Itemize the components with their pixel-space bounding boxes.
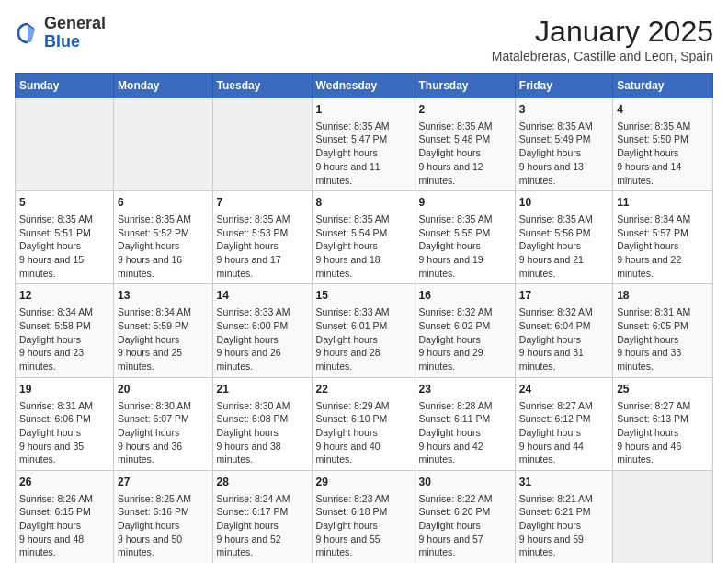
week-row-1: 1Sunrise: 8:35 AMSunset: 5:47 PMDaylight… — [16, 98, 713, 191]
title-block: January 2025 Matalebreras, Castille and … — [492, 15, 713, 63]
day-cell: 5Sunrise: 8:35 AMSunset: 5:51 PMDaylight… — [16, 191, 114, 284]
day-info: Sunrise: 8:33 AMSunset: 6:01 PMDaylight … — [316, 305, 411, 373]
day-number: 9 — [419, 195, 511, 211]
day-info: Sunrise: 8:27 AMSunset: 6:13 PMDaylight … — [617, 399, 709, 466]
day-number: 31 — [519, 475, 609, 490]
day-cell: 6Sunrise: 8:35 AMSunset: 5:52 PMDaylight… — [114, 191, 213, 284]
day-info: Sunrise: 8:34 AMSunset: 5:57 PMDaylight … — [617, 213, 709, 280]
day-cell: 15Sunrise: 8:33 AMSunset: 6:01 PMDayligh… — [312, 284, 415, 377]
day-info: Sunrise: 8:25 AMSunset: 6:16 PMDaylight … — [118, 492, 209, 559]
day-number: 3 — [519, 102, 609, 118]
day-info: Sunrise: 8:35 AMSunset: 5:49 PMDaylight … — [519, 120, 609, 187]
day-cell: 20Sunrise: 8:30 AMSunset: 6:07 PMDayligh… — [114, 377, 213, 470]
week-row-3: 12Sunrise: 8:34 AMSunset: 5:58 PMDayligh… — [16, 284, 713, 377]
day-cell — [114, 98, 213, 191]
day-info: Sunrise: 8:31 AMSunset: 6:06 PMDaylight … — [19, 399, 109, 466]
day-info: Sunrise: 8:32 AMSunset: 6:04 PMDaylight … — [519, 305, 609, 373]
day-info: Sunrise: 8:34 AMSunset: 5:59 PMDaylight … — [118, 305, 209, 373]
day-info: Sunrise: 8:35 AMSunset: 5:50 PMDaylight … — [617, 120, 709, 187]
logo-general-text: General — [44, 14, 106, 32]
day-number: 19 — [19, 382, 109, 397]
day-cell: 13Sunrise: 8:34 AMSunset: 5:59 PMDayligh… — [114, 284, 213, 377]
month-title: January 2025 — [492, 15, 713, 49]
week-row-5: 26Sunrise: 8:26 AMSunset: 6:15 PMDayligh… — [16, 470, 713, 563]
logo-blue-text: Blue — [44, 32, 80, 51]
day-cell: 31Sunrise: 8:21 AMSunset: 6:21 PMDayligh… — [515, 470, 612, 563]
day-info: Sunrise: 8:34 AMSunset: 5:58 PMDaylight … — [19, 305, 109, 373]
day-cell: 25Sunrise: 8:27 AMSunset: 6:13 PMDayligh… — [613, 377, 713, 470]
day-info: Sunrise: 8:23 AMSunset: 6:18 PMDaylight … — [316, 492, 411, 559]
day-info: Sunrise: 8:24 AMSunset: 6:17 PMDaylight … — [217, 492, 308, 559]
day-cell: 21Sunrise: 8:30 AMSunset: 6:08 PMDayligh… — [212, 377, 312, 470]
day-cell: 9Sunrise: 8:35 AMSunset: 5:55 PMDaylight… — [415, 191, 515, 284]
day-info: Sunrise: 8:35 AMSunset: 5:56 PMDaylight … — [519, 213, 609, 280]
day-number: 30 — [419, 475, 511, 490]
day-number: 18 — [617, 288, 709, 304]
day-info: Sunrise: 8:35 AMSunset: 5:48 PMDaylight … — [419, 120, 511, 187]
day-cell: 27Sunrise: 8:25 AMSunset: 6:16 PMDayligh… — [114, 470, 213, 563]
weekday-header-wednesday: Wednesday — [312, 74, 415, 98]
day-cell: 11Sunrise: 8:34 AMSunset: 5:57 PMDayligh… — [613, 191, 713, 284]
day-number: 20 — [118, 382, 209, 397]
day-cell: 4Sunrise: 8:35 AMSunset: 5:50 PMDaylight… — [613, 98, 713, 191]
day-cell: 12Sunrise: 8:34 AMSunset: 5:58 PMDayligh… — [16, 284, 114, 377]
day-number: 16 — [419, 288, 511, 304]
day-cell: 28Sunrise: 8:24 AMSunset: 6:17 PMDayligh… — [212, 470, 312, 563]
location-title: Matalebreras, Castille and Leon, Spain — [492, 49, 713, 63]
day-info: Sunrise: 8:35 AMSunset: 5:53 PMDaylight … — [217, 213, 308, 280]
day-info: Sunrise: 8:26 AMSunset: 6:15 PMDaylight … — [19, 492, 109, 559]
day-cell — [212, 98, 312, 191]
day-number: 27 — [118, 475, 209, 490]
week-row-2: 5Sunrise: 8:35 AMSunset: 5:51 PMDaylight… — [16, 191, 713, 284]
day-number: 22 — [316, 382, 411, 397]
day-cell: 10Sunrise: 8:35 AMSunset: 5:56 PMDayligh… — [515, 191, 612, 284]
day-number: 15 — [316, 288, 411, 304]
day-cell: 22Sunrise: 8:29 AMSunset: 6:10 PMDayligh… — [312, 377, 415, 470]
day-number: 28 — [217, 475, 308, 490]
day-number: 21 — [217, 382, 308, 397]
day-number: 11 — [617, 195, 709, 211]
day-info: Sunrise: 8:30 AMSunset: 6:07 PMDaylight … — [118, 399, 209, 466]
day-cell: 8Sunrise: 8:35 AMSunset: 5:54 PMDaylight… — [312, 191, 415, 284]
day-number: 8 — [316, 195, 411, 211]
day-number: 23 — [419, 382, 511, 397]
day-info: Sunrise: 8:35 AMSunset: 5:47 PMDaylight … — [316, 120, 411, 187]
weekday-header-thursday: Thursday — [415, 74, 515, 98]
day-number: 13 — [118, 288, 209, 304]
day-cell: 1Sunrise: 8:35 AMSunset: 5:47 PMDaylight… — [312, 98, 415, 191]
day-number: 7 — [217, 195, 308, 211]
day-info: Sunrise: 8:30 AMSunset: 6:08 PMDaylight … — [217, 399, 308, 466]
day-cell — [16, 98, 114, 191]
page-header: General Blue January 2025 Matalebreras, … — [15, 15, 713, 63]
day-info: Sunrise: 8:35 AMSunset: 5:51 PMDaylight … — [19, 213, 109, 280]
day-cell: 24Sunrise: 8:27 AMSunset: 6:12 PMDayligh… — [515, 377, 612, 470]
logo-icon — [15, 20, 40, 46]
day-number: 6 — [118, 195, 209, 211]
day-number: 10 — [519, 195, 609, 211]
calendar-table: SundayMondayTuesdayWednesdayThursdayFrid… — [15, 73, 713, 563]
logo: General Blue — [15, 15, 106, 52]
day-number: 24 — [519, 382, 609, 397]
day-cell: 3Sunrise: 8:35 AMSunset: 5:49 PMDaylight… — [515, 98, 612, 191]
day-info: Sunrise: 8:33 AMSunset: 6:00 PMDaylight … — [217, 305, 308, 373]
day-info: Sunrise: 8:29 AMSunset: 6:10 PMDaylight … — [316, 399, 411, 466]
day-cell: 18Sunrise: 8:31 AMSunset: 6:05 PMDayligh… — [613, 284, 713, 377]
day-info: Sunrise: 8:27 AMSunset: 6:12 PMDaylight … — [519, 399, 609, 466]
day-cell: 14Sunrise: 8:33 AMSunset: 6:00 PMDayligh… — [212, 284, 312, 377]
day-cell: 29Sunrise: 8:23 AMSunset: 6:18 PMDayligh… — [312, 470, 415, 563]
day-cell: 23Sunrise: 8:28 AMSunset: 6:11 PMDayligh… — [415, 377, 515, 470]
day-info: Sunrise: 8:21 AMSunset: 6:21 PMDaylight … — [519, 492, 609, 559]
day-number: 12 — [19, 288, 109, 304]
day-info: Sunrise: 8:28 AMSunset: 6:11 PMDaylight … — [419, 399, 511, 466]
day-number: 2 — [419, 102, 511, 118]
day-info: Sunrise: 8:35 AMSunset: 5:52 PMDaylight … — [118, 213, 209, 280]
weekday-header-row: SundayMondayTuesdayWednesdayThursdayFrid… — [16, 74, 713, 98]
weekday-header-saturday: Saturday — [613, 74, 713, 98]
day-cell: 26Sunrise: 8:26 AMSunset: 6:15 PMDayligh… — [16, 470, 114, 563]
day-number: 29 — [316, 475, 411, 490]
day-number: 17 — [519, 288, 609, 304]
day-number: 25 — [617, 382, 709, 397]
day-info: Sunrise: 8:35 AMSunset: 5:54 PMDaylight … — [316, 213, 411, 280]
day-cell: 19Sunrise: 8:31 AMSunset: 6:06 PMDayligh… — [16, 377, 114, 470]
weekday-header-tuesday: Tuesday — [212, 74, 312, 98]
